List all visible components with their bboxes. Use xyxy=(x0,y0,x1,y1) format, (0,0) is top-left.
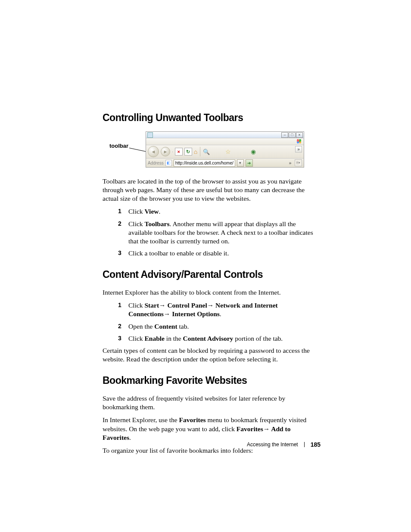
step-bold: View xyxy=(144,208,159,215)
step-text: . xyxy=(159,208,160,215)
go-button[interactable]: ➔ xyxy=(246,159,253,167)
step-bold: Toolbars xyxy=(144,220,169,227)
step-text: tab. xyxy=(177,323,189,330)
step-text: Click xyxy=(128,302,144,309)
step-item: Click Start→ Control Panel→ Network and … xyxy=(103,301,321,318)
step-item: Click Enable in the Content Advisory por… xyxy=(103,334,321,343)
back-button[interactable]: ◄ xyxy=(148,146,159,157)
favorites-icon[interactable]: ☆ xyxy=(225,148,231,155)
browser-toolbar-figure: toolbar – □ × ◄ ► · × ↻ ⌂ xyxy=(103,131,321,173)
history-icon[interactable]: ◉ xyxy=(251,148,256,155)
step-text: . xyxy=(220,310,221,317)
toolbar-overflow-icon[interactable]: » xyxy=(295,146,302,152)
section1-steps: Click View. Click Toolbars. Another menu… xyxy=(103,207,321,258)
heading-bookmarking: Bookmarking Favorite Websites xyxy=(103,375,321,386)
step-text: Click xyxy=(128,335,144,342)
section2-steps: Click Start→ Control Panel→ Network and … xyxy=(103,301,321,343)
links-icon[interactable]: ⎘▾ xyxy=(295,159,302,166)
document-page: Controlling Unwanted Toolbars toolbar – … xyxy=(0,0,411,532)
step-text: Click xyxy=(128,208,144,215)
close-button[interactable]: × xyxy=(296,132,303,138)
para-text: In Internet Explorer, use the xyxy=(103,416,179,423)
para-bold: Favorites xyxy=(179,416,206,423)
step-bold: Start→ Control Panel→ Network and Intern… xyxy=(128,302,278,317)
step-text: Open the xyxy=(128,323,154,330)
page-footer: Accessing the Internet 185 xyxy=(247,441,321,448)
step-item: Open the Content tab. xyxy=(103,322,321,331)
address-overflow-icon[interactable]: » xyxy=(287,161,293,165)
step-item: Click Toolbars. Another menu will appear… xyxy=(103,220,321,246)
page-icon: ◧ xyxy=(165,160,172,166)
step-text: in the xyxy=(165,335,183,342)
section3-paragraph-2: In Internet Explorer, use the Favorites … xyxy=(103,416,321,442)
stop-button[interactable]: × xyxy=(175,148,183,156)
forward-button[interactable]: ► xyxy=(161,147,170,156)
para-text: . xyxy=(129,434,131,441)
maximize-button[interactable]: □ xyxy=(289,132,296,138)
address-input[interactable]: http://inside.us.dell.com/home/ xyxy=(174,159,235,167)
search-icon[interactable]: 🔍 xyxy=(203,149,210,155)
section2-paragraph-1: Internet Explorer has the ability to blo… xyxy=(103,288,321,297)
footer-separator xyxy=(304,442,305,447)
refresh-button[interactable]: ↻ xyxy=(184,148,192,156)
ie-app-icon xyxy=(147,132,153,138)
navigation-toolbar: ◄ ► · × ↻ ⌂ 🔍 ☆ ◉ » xyxy=(146,145,304,159)
step-text: Click xyxy=(128,220,144,227)
step-bold: Content xyxy=(154,323,177,330)
step-bold: Enable xyxy=(144,335,165,342)
section2-paragraph-2: Certain types of content can be blocked … xyxy=(103,346,321,364)
minimize-button[interactable]: – xyxy=(281,132,288,138)
callout-leader-line xyxy=(129,148,147,152)
callout-toolbar-label: toolbar xyxy=(109,143,128,149)
heading-controlling-toolbars: Controlling Unwanted Toolbars xyxy=(103,112,321,124)
toolbar-separator xyxy=(200,147,200,156)
windows-flag-icon xyxy=(296,139,302,144)
address-dropdown-icon[interactable]: ▾ xyxy=(237,159,244,167)
page-number: 185 xyxy=(311,441,321,448)
section3-paragraph-1: Save the address of frequently visited w… xyxy=(103,394,321,411)
step-item: Click a toolbar to enable or disable it. xyxy=(103,249,321,258)
step-bold: Content Advisory xyxy=(183,335,234,342)
address-label: Address xyxy=(148,161,164,165)
ie-window: – □ × ◄ ► · × ↻ ⌂ 🔍 ☆ ◉ » xyxy=(146,131,304,168)
step-item: Click View. xyxy=(103,207,321,216)
section1-paragraph: Toolbars are located in the top of the b… xyxy=(103,177,321,203)
separator: · xyxy=(172,149,173,154)
address-bar: Address ◧ http://inside.us.dell.com/home… xyxy=(146,159,304,167)
footer-title: Accessing the Internet xyxy=(247,442,298,448)
home-icon[interactable]: ⌂ xyxy=(194,148,197,155)
window-buttons: – □ × xyxy=(281,132,303,138)
heading-content-advisory: Content Advisory/Parental Controls xyxy=(103,269,321,280)
titlebar: – □ × xyxy=(146,132,304,138)
step-text: portion of the tab. xyxy=(233,335,283,342)
menubar xyxy=(146,138,304,145)
